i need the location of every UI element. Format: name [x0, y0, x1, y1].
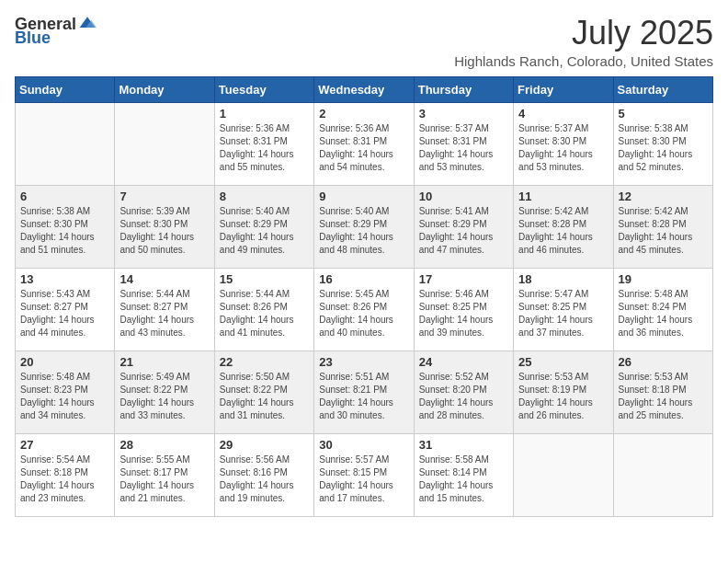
table-row: 8Sunrise: 5:40 AMSunset: 8:29 PMDaylight…: [214, 185, 313, 268]
day-detail: Sunrise: 5:43 AMSunset: 8:27 PMDaylight:…: [20, 288, 109, 339]
day-detail: Sunrise: 5:57 AMSunset: 8:15 PMDaylight:…: [319, 454, 408, 505]
day-detail: Sunrise: 5:53 AMSunset: 8:18 PMDaylight:…: [619, 371, 708, 422]
day-detail: Sunrise: 5:38 AMSunset: 8:30 PMDaylight:…: [619, 122, 708, 174]
day-detail: Sunrise: 5:56 AMSunset: 8:16 PMDaylight:…: [220, 454, 309, 505]
day-detail: Sunrise: 5:50 AMSunset: 8:22 PMDaylight:…: [220, 371, 309, 422]
day-detail: Sunrise: 5:51 AMSunset: 8:21 PMDaylight:…: [319, 371, 408, 422]
day-detail: Sunrise: 5:45 AMSunset: 8:26 PMDaylight:…: [319, 288, 408, 339]
day-number: 20: [20, 355, 109, 369]
day-detail: Sunrise: 5:39 AMSunset: 8:30 PMDaylight:…: [119, 205, 209, 257]
table-row: 20Sunrise: 5:48 AMSunset: 8:23 PMDayligh…: [16, 350, 115, 433]
day-number: 14: [119, 272, 209, 286]
day-number: 29: [220, 438, 309, 452]
day-number: 21: [119, 355, 209, 369]
table-row: [115, 102, 214, 185]
day-detail: Sunrise: 5:41 AMSunset: 8:29 PMDaylight:…: [419, 205, 508, 257]
day-number: 9: [319, 190, 408, 203]
day-detail: Sunrise: 5:54 AMSunset: 8:18 PMDaylight:…: [20, 454, 109, 505]
day-number: 3: [419, 107, 508, 121]
day-number: 30: [319, 438, 408, 452]
calendar-week-row: 20Sunrise: 5:48 AMSunset: 8:23 PMDayligh…: [16, 350, 713, 433]
table-row: 30Sunrise: 5:57 AMSunset: 8:15 PMDayligh…: [314, 433, 414, 516]
day-number: 22: [220, 355, 309, 369]
table-row: 3Sunrise: 5:37 AMSunset: 8:31 PMDaylight…: [414, 102, 513, 185]
day-detail: Sunrise: 5:44 AMSunset: 8:27 PMDaylight:…: [119, 288, 209, 339]
header-friday: Friday: [514, 76, 613, 102]
header-monday: Monday: [115, 76, 214, 102]
day-number: 13: [20, 272, 109, 286]
location-title: Highlands Ranch, Colorado, United States: [454, 53, 713, 69]
day-number: 31: [419, 438, 508, 452]
table-row: 7Sunrise: 5:39 AMSunset: 8:30 PMDaylight…: [115, 185, 214, 268]
calendar-week-row: 27Sunrise: 5:54 AMSunset: 8:18 PMDayligh…: [16, 433, 713, 516]
day-detail: Sunrise: 5:48 AMSunset: 8:23 PMDaylight:…: [20, 371, 109, 422]
day-number: 16: [319, 272, 408, 286]
day-number: 18: [518, 272, 608, 286]
day-detail: Sunrise: 5:36 AMSunset: 8:31 PMDaylight:…: [220, 122, 309, 174]
table-row: 26Sunrise: 5:53 AMSunset: 8:18 PMDayligh…: [613, 350, 712, 433]
day-detail: Sunrise: 5:42 AMSunset: 8:28 PMDaylight:…: [619, 205, 708, 257]
table-row: 28Sunrise: 5:55 AMSunset: 8:17 PMDayligh…: [115, 433, 214, 516]
day-detail: Sunrise: 5:40 AMSunset: 8:29 PMDaylight:…: [220, 205, 309, 257]
day-number: 23: [319, 355, 408, 369]
header-wednesday: Wednesday: [314, 76, 414, 102]
day-detail: Sunrise: 5:55 AMSunset: 8:17 PMDaylight:…: [119, 454, 209, 505]
day-number: 2: [319, 107, 408, 121]
calendar-week-row: 6Sunrise: 5:38 AMSunset: 8:30 PMDaylight…: [16, 185, 713, 268]
table-row: [514, 433, 613, 516]
table-row: 23Sunrise: 5:51 AMSunset: 8:21 PMDayligh…: [314, 350, 414, 433]
day-number: 19: [619, 272, 708, 286]
table-row: 21Sunrise: 5:49 AMSunset: 8:22 PMDayligh…: [115, 350, 214, 433]
table-row: [16, 102, 115, 185]
day-detail: Sunrise: 5:47 AMSunset: 8:25 PMDaylight:…: [518, 288, 608, 339]
title-block: July 2025 Highlands Ranch, Colorado, Uni…: [454, 15, 713, 69]
day-number: 8: [220, 190, 309, 203]
logo: General Blue: [15, 15, 97, 48]
table-row: 10Sunrise: 5:41 AMSunset: 8:29 PMDayligh…: [414, 185, 513, 268]
day-detail: Sunrise: 5:37 AMSunset: 8:30 PMDaylight:…: [518, 122, 608, 174]
table-row: 17Sunrise: 5:46 AMSunset: 8:25 PMDayligh…: [414, 268, 513, 350]
table-row: 18Sunrise: 5:47 AMSunset: 8:25 PMDayligh…: [514, 268, 613, 350]
day-detail: Sunrise: 5:38 AMSunset: 8:30 PMDaylight:…: [20, 205, 109, 257]
header-saturday: Saturday: [613, 76, 712, 102]
header-sunday: Sunday: [16, 76, 115, 102]
day-detail: Sunrise: 5:49 AMSunset: 8:22 PMDaylight:…: [119, 371, 209, 422]
table-row: 12Sunrise: 5:42 AMSunset: 8:28 PMDayligh…: [613, 185, 712, 268]
table-row: 11Sunrise: 5:42 AMSunset: 8:28 PMDayligh…: [514, 185, 613, 268]
day-number: 4: [518, 107, 608, 121]
header-thursday: Thursday: [414, 76, 513, 102]
day-detail: Sunrise: 5:52 AMSunset: 8:20 PMDaylight:…: [419, 371, 508, 422]
day-number: 10: [419, 190, 508, 203]
day-number: 27: [20, 438, 109, 452]
page-header: General Blue July 2025 Highlands Ranch, …: [15, 15, 713, 69]
day-detail: Sunrise: 5:46 AMSunset: 8:25 PMDaylight:…: [419, 288, 508, 339]
logo-icon: [78, 14, 97, 32]
day-number: 24: [419, 355, 508, 369]
table-row: 4Sunrise: 5:37 AMSunset: 8:30 PMDaylight…: [514, 102, 613, 185]
day-number: 7: [119, 190, 209, 203]
calendar-week-row: 13Sunrise: 5:43 AMSunset: 8:27 PMDayligh…: [16, 268, 713, 350]
table-row: 15Sunrise: 5:44 AMSunset: 8:26 PMDayligh…: [214, 268, 313, 350]
table-row: 24Sunrise: 5:52 AMSunset: 8:20 PMDayligh…: [414, 350, 513, 433]
day-number: 12: [619, 190, 708, 203]
day-number: 17: [419, 272, 508, 286]
day-number: 5: [619, 107, 708, 121]
table-row: 1Sunrise: 5:36 AMSunset: 8:31 PMDaylight…: [214, 102, 313, 185]
logo-blue: Blue: [15, 29, 51, 48]
day-detail: Sunrise: 5:58 AMSunset: 8:14 PMDaylight:…: [419, 454, 508, 505]
table-row: 27Sunrise: 5:54 AMSunset: 8:18 PMDayligh…: [16, 433, 115, 516]
table-row: 16Sunrise: 5:45 AMSunset: 8:26 PMDayligh…: [314, 268, 414, 350]
month-title: July 2025: [454, 15, 713, 52]
table-row: 29Sunrise: 5:56 AMSunset: 8:16 PMDayligh…: [214, 433, 313, 516]
table-row: 14Sunrise: 5:44 AMSunset: 8:27 PMDayligh…: [115, 268, 214, 350]
weekday-header-row: Sunday Monday Tuesday Wednesday Thursday…: [16, 76, 713, 102]
table-row: 25Sunrise: 5:53 AMSunset: 8:19 PMDayligh…: [514, 350, 613, 433]
table-row: 31Sunrise: 5:58 AMSunset: 8:14 PMDayligh…: [414, 433, 513, 516]
day-number: 26: [619, 355, 708, 369]
table-row: 22Sunrise: 5:50 AMSunset: 8:22 PMDayligh…: [214, 350, 313, 433]
day-detail: Sunrise: 5:36 AMSunset: 8:31 PMDaylight:…: [319, 122, 408, 174]
calendar-week-row: 1Sunrise: 5:36 AMSunset: 8:31 PMDaylight…: [16, 102, 713, 185]
day-number: 1: [220, 107, 309, 121]
table-row: 13Sunrise: 5:43 AMSunset: 8:27 PMDayligh…: [16, 268, 115, 350]
calendar-table: Sunday Monday Tuesday Wednesday Thursday…: [15, 76, 713, 517]
